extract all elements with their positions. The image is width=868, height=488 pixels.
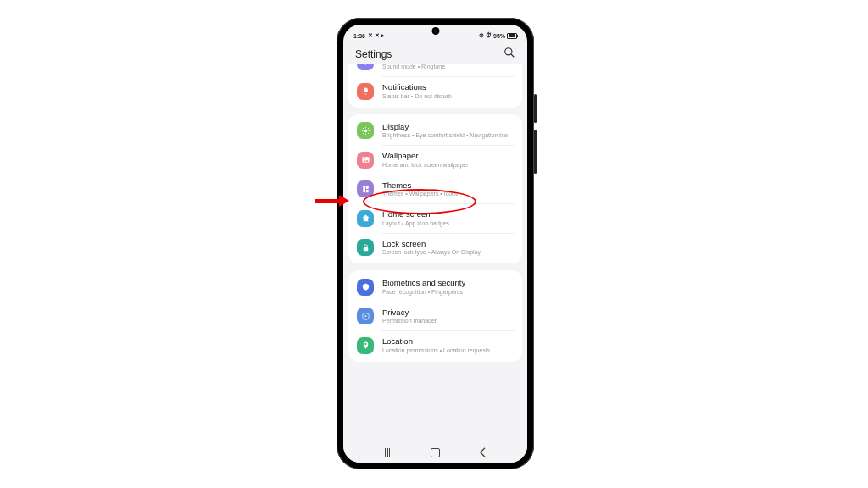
settings-row-display[interactable]: DisplayBrightness • Eye comfort shield •…	[348, 116, 522, 145]
fingerprint-icon	[357, 279, 374, 296]
svg-rect-15	[365, 190, 368, 192]
search-button[interactable]	[504, 47, 515, 62]
settings-row-wallpaper[interactable]: WallpaperHome and lock screen wallpaper	[348, 145, 522, 174]
shield-icon	[357, 308, 374, 324]
status-system-icon: ⊘ ⏱	[479, 32, 492, 39]
row-label: Wallpaper	[382, 151, 469, 160]
row-label: Location	[382, 336, 490, 346]
phone-frame: 1:36 ✕ ✕ ▸ ⊘ ⏱ 95% Settings Sounds and v…	[337, 18, 534, 469]
row-text: NotificationsStatus bar • Do not disturb	[382, 82, 452, 99]
svg-point-0	[505, 48, 512, 55]
settings-list[interactable]: Sounds and vibrationSound mode • Rington…	[348, 64, 522, 442]
svg-line-8	[368, 133, 369, 134]
svg-line-1	[511, 54, 515, 58]
svg-rect-14	[365, 186, 368, 189]
settings-group: Biometrics and securityFace recognition …	[348, 270, 522, 361]
status-time: 1:36	[353, 33, 365, 39]
nav-home-button[interactable]	[428, 446, 442, 459]
row-label: Biometrics and security	[382, 278, 465, 287]
row-text: Biometrics and securityFace recognition …	[382, 278, 465, 295]
row-subtitle: Layout • App icon badges	[382, 219, 449, 227]
bell-icon	[357, 83, 374, 100]
settings-row-themes[interactable]: ThemesThemes • Wallpapers • Icons	[348, 175, 522, 203]
status-bar: 1:36 ✕ ✕ ▸ ⊘ ⏱ 95%	[343, 25, 527, 43]
row-text: Lock screenScreen lock type • Always On …	[382, 239, 481, 256]
row-text: WallpaperHome and lock screen wallpaper	[382, 151, 469, 168]
pin-icon	[357, 337, 374, 354]
row-text: LocationLocation permissions • Location …	[382, 336, 490, 353]
lock-icon	[357, 239, 374, 256]
row-text: Sounds and vibrationSound mode • Rington…	[382, 64, 458, 70]
row-label: Lock screen	[382, 239, 481, 248]
image-icon	[357, 152, 374, 169]
settings-row-sounds-and-vibration[interactable]: Sounds and vibrationSound mode • Rington…	[348, 64, 522, 76]
row-label: Notifications	[382, 82, 452, 92]
front-camera	[431, 27, 439, 35]
sound-icon	[357, 64, 374, 70]
row-subtitle: Permission manager	[382, 317, 437, 324]
settings-row-notifications[interactable]: NotificationsStatus bar • Do not disturb	[348, 76, 522, 105]
page-title: Settings	[355, 48, 392, 60]
home-icon	[357, 210, 374, 227]
svg-point-17	[364, 315, 366, 317]
row-subtitle: Face recognition • Fingerprints	[382, 288, 465, 296]
svg-rect-13	[363, 186, 365, 192]
battery-icon	[507, 33, 517, 39]
settings-row-location[interactable]: LocationLocation permissions • Location …	[348, 330, 522, 359]
settings-row-home-screen[interactable]: Home screenLayout • App icon badges	[348, 203, 522, 232]
svg-line-9	[363, 133, 364, 134]
row-label: Privacy	[382, 308, 437, 317]
sun-icon	[357, 122, 374, 139]
settings-row-lock-screen[interactable]: Lock screenScreen lock type • Always On …	[348, 233, 522, 262]
settings-group: DisplayBrightness • Eye comfort shield •…	[348, 114, 522, 263]
row-subtitle: Status bar • Do not disturb	[382, 92, 452, 100]
row-label: Themes	[382, 180, 458, 190]
svg-rect-16	[363, 247, 368, 251]
row-subtitle: Screen lock type • Always On Display	[382, 248, 481, 256]
svg-line-7	[363, 128, 364, 129]
nav-back-button[interactable]	[476, 446, 490, 459]
svg-point-2	[364, 129, 367, 132]
settings-row-privacy[interactable]: PrivacyPermission manager	[348, 302, 522, 330]
phone-screen: 1:36 ✕ ✕ ▸ ⊘ ⏱ 95% Settings Sounds and v…	[343, 25, 527, 463]
row-subtitle: Themes • Wallpapers • Icons	[382, 190, 458, 197]
status-indicator-icon: ✕ ✕ ▸	[368, 32, 385, 39]
row-label: Display	[382, 122, 508, 131]
power-button	[534, 94, 537, 123]
settings-group: Sounds and vibrationSound mode • Rington…	[348, 64, 522, 108]
svg-point-12	[364, 158, 364, 159]
navigation-bar	[343, 442, 527, 463]
svg-line-10	[368, 128, 369, 129]
battery-percent: 95%	[493, 33, 505, 39]
row-text: PrivacyPermission manager	[382, 308, 437, 324]
row-text: Home screenLayout • App icon badges	[382, 209, 449, 226]
row-text: ThemesThemes • Wallpapers • Icons	[382, 180, 458, 197]
nav-recents-button[interactable]	[381, 446, 394, 459]
row-subtitle: Home and lock screen wallpaper	[382, 161, 469, 169]
row-subtitle: Location permissions • Location requests	[382, 347, 490, 354]
row-text: DisplayBrightness • Eye comfort shield •…	[382, 122, 508, 139]
palette-icon	[357, 180, 374, 197]
row-subtitle: Sound mode • Ringtone	[382, 64, 458, 70]
settings-row-biometrics-and-security[interactable]: Biometrics and securityFace recognition …	[348, 272, 522, 301]
row-subtitle: Brightness • Eye comfort shield • Naviga…	[382, 131, 508, 139]
volume-button	[534, 130, 537, 174]
row-label: Home screen	[382, 209, 449, 219]
